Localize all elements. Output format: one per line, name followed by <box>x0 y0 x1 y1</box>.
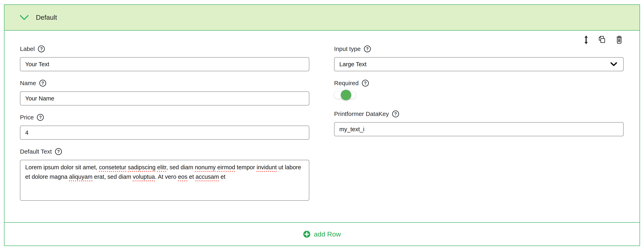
field-input-type: Input type ? Large Text <box>334 45 624 71</box>
label-text: Price <box>20 114 34 121</box>
form-row-widget: Default <box>4 4 640 246</box>
duplicate-row-button[interactable] <box>596 35 608 45</box>
label-text: Input type <box>334 45 361 52</box>
toggle-knob <box>341 90 351 100</box>
section-body: Label ? Name ? Price ? <box>4 31 640 222</box>
label-text: Required <box>334 80 359 87</box>
form-columns: Label ? Name ? Price ? <box>20 31 624 209</box>
delete-row-button[interactable] <box>614 35 624 45</box>
question-mark-circle-icon[interactable]: ? <box>362 80 369 87</box>
question-mark-circle-icon[interactable]: ? <box>55 148 62 155</box>
question-mark-circle-icon[interactable]: ? <box>392 111 399 117</box>
label-text: Label <box>20 45 35 52</box>
plus-circle-icon <box>303 231 310 238</box>
field-printformer-datakey: Printformer DataKey ? <box>334 110 624 136</box>
field-label: Label ? <box>20 45 309 71</box>
question-mark-circle-icon[interactable]: ? <box>37 114 44 121</box>
field-required: Required ? <box>334 79 624 99</box>
field-name: Name ? <box>20 79 309 106</box>
label-input[interactable] <box>20 57 309 71</box>
name-input[interactable] <box>20 91 309 106</box>
duplicate-icon <box>596 35 607 45</box>
form-column-left: Label ? Name ? Price ? <box>20 45 309 209</box>
label-text: Default Text <box>20 148 52 155</box>
input-type-select-wrap: Large Text <box>334 57 624 71</box>
field-price: Price ? <box>20 114 309 140</box>
row-toolbar <box>583 35 624 45</box>
move-vertical-icon <box>583 35 589 44</box>
field-name-caption: Name ? <box>20 79 309 87</box>
label-text: Printformer DataKey <box>334 111 389 117</box>
field-input-type-caption: Input type ? <box>334 45 624 53</box>
price-input[interactable] <box>20 125 309 140</box>
label-text: Name <box>20 80 36 87</box>
question-mark-circle-icon[interactable]: ? <box>38 45 45 52</box>
input-type-select[interactable]: Large Text <box>334 57 624 71</box>
trash-icon <box>615 35 624 44</box>
field-printformer-datakey-caption: Printformer DataKey ? <box>334 110 624 118</box>
section-header[interactable]: Default <box>4 5 640 31</box>
form-column-right: Input type ? Large Text <box>334 45 624 209</box>
field-default-text: Default Text ? Lorem ipsum dolor sit ame… <box>20 148 309 201</box>
printformer-datakey-input[interactable] <box>334 122 624 136</box>
question-mark-circle-icon[interactable]: ? <box>364 45 371 52</box>
field-price-caption: Price ? <box>20 114 309 121</box>
add-row-button[interactable]: add Row <box>302 230 342 238</box>
default-text-textarea[interactable]: Lorem ipsum dolor sit amet, consetetur s… <box>20 160 309 201</box>
section-title: Default <box>36 14 57 21</box>
field-required-caption: Required ? <box>334 79 624 87</box>
question-mark-circle-icon[interactable]: ? <box>39 80 46 87</box>
field-label-caption: Label ? <box>20 45 309 53</box>
add-row-label: add Row <box>314 230 341 238</box>
move-row-button[interactable] <box>583 35 589 45</box>
section-footer: add Row <box>4 222 640 246</box>
required-toggle[interactable] <box>334 91 356 99</box>
field-default-text-caption: Default Text ? <box>20 148 309 155</box>
chevron-down-icon <box>20 15 29 20</box>
